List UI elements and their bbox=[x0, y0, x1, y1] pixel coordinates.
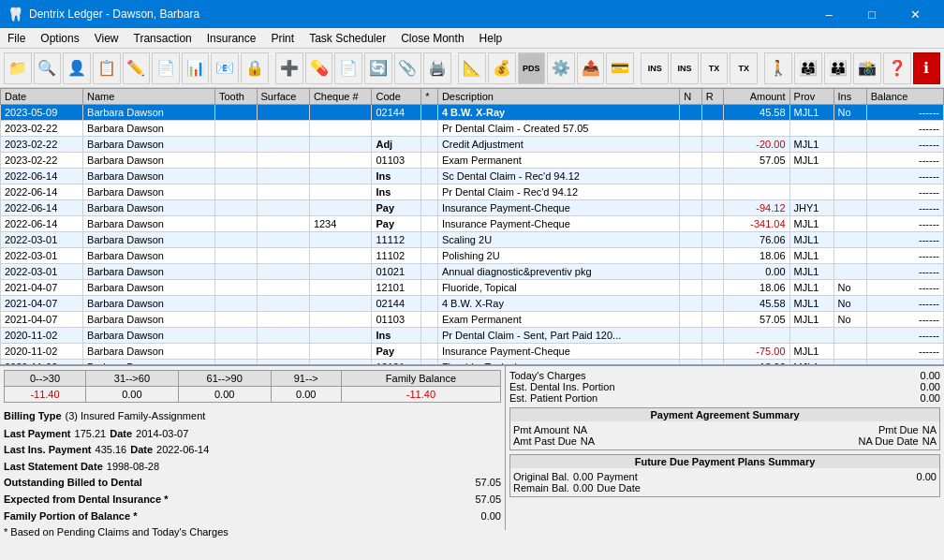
cell-cheque bbox=[309, 200, 372, 216]
table-row[interactable]: 2023-02-22Barbara DawsonAdjCredit Adjust… bbox=[1, 137, 944, 153]
toolbar-btn-doc[interactable]: 📄 bbox=[152, 52, 180, 84]
last-statement-date-value: 1998-08-28 bbox=[107, 459, 159, 476]
toolbar-btn-walk[interactable]: 🚶 bbox=[764, 52, 792, 84]
cell-amount bbox=[724, 169, 789, 184]
col-header-n[interactable]: N bbox=[680, 89, 701, 105]
table-row[interactable]: 2020-11-02Barbara DawsonPayInsurance Pay… bbox=[1, 344, 944, 360]
col-header-tooth[interactable]: Tooth bbox=[214, 89, 257, 105]
toolbar-btn-email[interactable]: 📧 bbox=[211, 52, 239, 84]
menu-view[interactable]: View bbox=[87, 28, 126, 48]
ledger-table-container[interactable]: Date Name Tooth Surface Cheque # Code * … bbox=[0, 88, 944, 364]
col-header-balance[interactable]: Balance bbox=[866, 89, 943, 105]
cell-balance: ------ bbox=[866, 312, 943, 328]
table-row[interactable]: 2023-05-09Barbara Dawson021444 B.W. X-Ra… bbox=[1, 105, 944, 121]
table-row[interactable]: 2022-06-14Barbara Dawson1234PayInsurance… bbox=[1, 216, 944, 232]
table-row[interactable]: 2022-03-01Barbara Dawson01021Annual diag… bbox=[1, 264, 944, 280]
cell-name: Barbara Dawson bbox=[83, 328, 215, 344]
col-header-amount[interactable]: Amount bbox=[724, 89, 789, 105]
last-ins-payment-label: Last Ins. Payment bbox=[4, 442, 92, 459]
todays-charges-label: Today's Charges bbox=[509, 370, 586, 381]
toolbar-btn-measure[interactable]: 📐 bbox=[458, 52, 486, 84]
table-row[interactable]: 2021-04-07Barbara Dawson12101Fluoride, T… bbox=[1, 280, 944, 296]
cell-amount: 76.06 bbox=[724, 232, 789, 248]
table-row[interactable]: 2022-06-14Barbara DawsonInsSc Dental Cla… bbox=[1, 169, 944, 184]
cell-surface bbox=[257, 232, 309, 248]
menu-insurance[interactable]: Insurance bbox=[199, 28, 264, 48]
toolbar-btn-card[interactable]: 💳 bbox=[606, 52, 634, 84]
toolbar-btn-search[interactable]: 🔍 bbox=[34, 52, 62, 84]
toolbar-btn-open[interactable]: 📁 bbox=[4, 52, 32, 84]
col-header-name[interactable]: Name bbox=[83, 89, 215, 105]
col-header-r[interactable]: R bbox=[701, 89, 723, 105]
col-header-surface[interactable]: Surface bbox=[257, 89, 309, 105]
toolbar-btn-family[interactable]: 👨‍👩‍👧 bbox=[794, 52, 822, 84]
table-row[interactable]: 2022-06-14Barbara DawsonPayInsurance Pay… bbox=[1, 200, 944, 216]
close-button[interactable]: ✕ bbox=[893, 0, 937, 28]
table-row[interactable]: 2020-11-02Barbara DawsonInsPr Dental Cla… bbox=[1, 328, 944, 344]
toolbar-btn-ins2[interactable]: INS bbox=[671, 52, 699, 84]
cell-cheque bbox=[309, 232, 372, 248]
table-row[interactable]: 2022-03-01Barbara Dawson11102Polishing 2… bbox=[1, 248, 944, 264]
toolbar-btn-export[interactable]: 📤 bbox=[577, 52, 605, 84]
col-header-date[interactable]: Date bbox=[1, 89, 83, 105]
menu-file[interactable]: File bbox=[0, 28, 33, 48]
cell-date: 2023-02-22 bbox=[1, 153, 83, 169]
toolbar-btn-tx2[interactable]: TX bbox=[730, 52, 758, 84]
toolbar-btn-settings[interactable]: ⚙️ bbox=[547, 52, 575, 84]
cell-prov: MJL1 bbox=[789, 296, 833, 312]
aging-val-0-30: -11.40 bbox=[5, 387, 86, 403]
toolbar-btn-ins1[interactable]: INS bbox=[641, 52, 669, 84]
remain-bal-label: Remain Bal. bbox=[513, 482, 569, 494]
menu-transaction[interactable]: Transaction bbox=[126, 28, 199, 48]
menu-print[interactable]: Print bbox=[263, 28, 302, 48]
col-header-ins[interactable]: Ins bbox=[833, 89, 866, 105]
cell-prov bbox=[789, 328, 833, 344]
bottom-right-panel: Today's Charges 0.00 Est. Dental Ins. Po… bbox=[506, 366, 944, 530]
col-header-code[interactable]: Code bbox=[372, 89, 421, 105]
payment-agreement-title: Payment Agreement Summary bbox=[510, 408, 939, 421]
cell-r bbox=[701, 312, 723, 328]
cell-description: Pr Dental Claim - Created 57.05 bbox=[437, 121, 679, 137]
toolbar-btn-notes[interactable]: 📋 bbox=[93, 52, 121, 84]
toolbar-btn-attach[interactable]: 📎 bbox=[394, 52, 422, 84]
toolbar-btn-refresh[interactable]: 🔄 bbox=[364, 52, 392, 84]
future-due-title: Future Due Payment Plans Summary bbox=[510, 455, 939, 468]
maximize-button[interactable]: □ bbox=[850, 0, 893, 28]
col-header-prov[interactable]: Prov bbox=[789, 89, 833, 105]
toolbar-btn-lock[interactable]: 🔒 bbox=[241, 52, 269, 84]
table-row[interactable]: 2022-03-01Barbara Dawson11112Scaling 2U7… bbox=[1, 232, 944, 248]
toolbar-btn-print[interactable]: 🖨️ bbox=[423, 52, 451, 84]
toolbar-btn-photo[interactable]: 📸 bbox=[853, 52, 881, 84]
table-row[interactable]: 2021-04-07Barbara Dawson01103Exam Perman… bbox=[1, 312, 944, 328]
toolbar-btn-tx1[interactable]: TX bbox=[701, 52, 729, 84]
toolbar-btn-chart[interactable]: 📊 bbox=[182, 52, 210, 84]
toolbar-btn-info[interactable]: ℹ bbox=[913, 52, 941, 84]
toolbar-btn-edit[interactable]: ✏️ bbox=[123, 52, 151, 84]
table-row[interactable]: 2022-06-14Barbara DawsonInsPr Dental Cla… bbox=[1, 184, 944, 200]
col-header-description[interactable]: Description bbox=[437, 89, 679, 105]
toolbar-btn-page[interactable]: 📄 bbox=[334, 52, 362, 84]
menu-close-month[interactable]: Close Month bbox=[393, 28, 471, 48]
minimize-button[interactable]: – bbox=[807, 0, 850, 28]
col-header-cheque[interactable]: Cheque # bbox=[309, 89, 372, 105]
menu-task-scheduler[interactable]: Task Scheduler bbox=[302, 28, 393, 48]
toolbar-btn-fam2[interactable]: 👪 bbox=[824, 52, 852, 84]
table-row[interactable]: 2020-11-02Barbara Dawson12101Fluoride, T… bbox=[1, 360, 944, 365]
menu-options[interactable]: Options bbox=[33, 28, 86, 48]
toolbar-btn-rx[interactable]: 💊 bbox=[305, 52, 333, 84]
table-row[interactable]: 2021-04-07Barbara Dawson021444 B.W. X-Ra… bbox=[1, 296, 944, 312]
cell-tooth bbox=[214, 137, 257, 153]
menu-help[interactable]: Help bbox=[472, 28, 510, 48]
table-row[interactable]: 2023-02-22Barbara DawsonPr Dental Claim … bbox=[1, 121, 944, 137]
table-row[interactable]: 2023-02-22Barbara Dawson01103Exam Perman… bbox=[1, 153, 944, 169]
toolbar-btn-help[interactable]: ❓ bbox=[883, 52, 911, 84]
toolbar-btn-pds[interactable]: PDS bbox=[518, 52, 546, 84]
cell-ins: No bbox=[833, 280, 866, 296]
toolbar-btn-add[interactable]: ➕ bbox=[275, 52, 303, 84]
col-header-star[interactable]: * bbox=[421, 89, 438, 105]
ledger-table: Date Name Tooth Surface Cheque # Code * … bbox=[0, 88, 944, 364]
toolbar-btn-payment[interactable]: 💰 bbox=[488, 52, 516, 84]
toolbar-btn-patient[interactable]: 👤 bbox=[63, 52, 91, 84]
cell-prov: MJL1 bbox=[789, 137, 833, 153]
cell-code: 01103 bbox=[372, 312, 421, 328]
